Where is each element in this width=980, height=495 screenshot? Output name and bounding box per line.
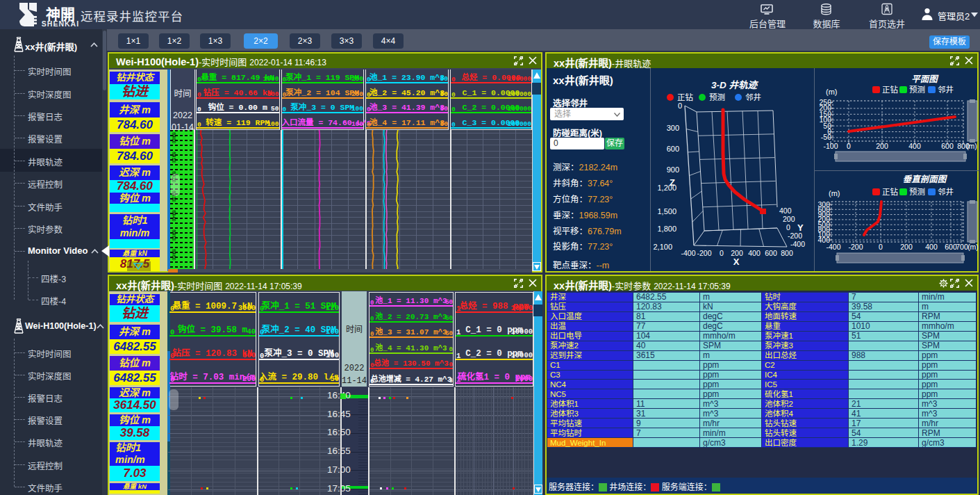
svg-text:2,100: 2,100 (653, 243, 672, 251)
svg-text:Y: Y (797, 222, 804, 233)
svg-text:0: 0 (720, 249, 724, 257)
svg-text:400: 400 (925, 243, 938, 251)
svg-text:900: 900 (667, 165, 679, 174)
svg-text:-400: -400 (790, 240, 805, 248)
svg-text:800: 800 (781, 249, 793, 257)
svg-text:600: 600 (765, 249, 777, 257)
svg-text:3-D 井轨迹: 3-D 井轨迹 (711, 80, 759, 90)
svg-text:0: 0 (678, 102, 682, 110)
svg-text:700: 700 (956, 243, 968, 251)
svg-text:Z: Z (670, 177, 675, 188)
svg-text:(m): (m) (826, 88, 838, 96)
svg-text:0: 0 (786, 223, 790, 232)
svg-text:-200: -200 (697, 249, 711, 257)
svg-text:-400: -400 (826, 243, 840, 251)
svg-text:-400: -400 (681, 249, 695, 257)
svg-text:1,800: 1,800 (657, 225, 676, 233)
svg-text:-200: -200 (848, 243, 863, 251)
svg-text:0: 0 (879, 243, 883, 251)
svg-text:400: 400 (779, 206, 792, 215)
svg-text:垂直剖面图: 垂直剖面图 (903, 175, 948, 184)
svg-text:预测: 预测 (909, 188, 925, 196)
svg-text:X: X (733, 257, 740, 267)
svg-text:预测: 预测 (909, 86, 925, 94)
svg-text:预测: 预测 (709, 93, 725, 102)
svg-text:邻井: 邻井 (938, 85, 954, 94)
svg-text:邻井: 邻井 (938, 187, 954, 196)
svg-text:(m): (m) (966, 142, 977, 150)
svg-text:正钻: 正钻 (677, 92, 693, 102)
svg-text:(m): (m) (829, 189, 840, 197)
svg-text:正钻: 正钻 (882, 85, 898, 94)
svg-text:-50: -50 (821, 133, 831, 141)
svg-text:(m): (m) (967, 243, 979, 251)
svg-text:200: 200 (783, 215, 795, 223)
svg-text:邻井: 邻井 (745, 92, 761, 102)
svg-text:平面图: 平面图 (911, 74, 939, 84)
svg-text:200: 200 (900, 243, 913, 251)
svg-text:1,500: 1,500 (657, 207, 676, 216)
svg-text:正钻: 正钻 (882, 187, 898, 196)
svg-text:600: 600 (667, 145, 679, 153)
svg-text:300: 300 (667, 124, 679, 132)
svg-text:400: 400 (748, 249, 761, 257)
